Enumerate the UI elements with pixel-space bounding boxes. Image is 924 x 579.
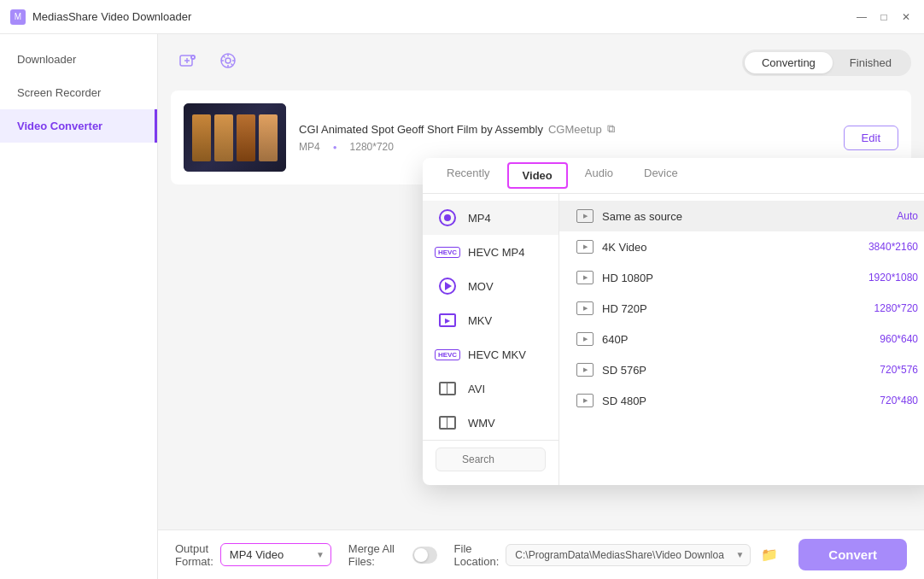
format-list: MP4 HEVC HEVC MP4 MOV [423, 194, 559, 485]
tab-device[interactable]: Device [629, 158, 693, 193]
video-info: CGI Animated Spot Geoff Short Film by As… [299, 122, 831, 153]
maximize-button[interactable]: □ [876, 9, 892, 25]
video-title-row: CGI Animated Spot Geoff Short Film by As… [299, 122, 831, 136]
video-meta: MP4 ● 1280*720 [299, 141, 831, 153]
format-label-hevc-mkv: HEVC MKV [468, 348, 526, 361]
resolution-item-480p[interactable]: SD 480P 720*480 [559, 385, 924, 416]
content-area: Converting Finished CGI Animated Spot [158, 34, 924, 579]
format-item-mp4[interactable]: MP4 [423, 201, 558, 235]
settings-button[interactable] [212, 47, 244, 78]
res-480p-left: SD 480P [576, 394, 646, 407]
video-resolution: 1280*720 [350, 141, 394, 153]
resolution-item-4k[interactable]: 4K Video 3840*2160 [559, 231, 924, 262]
mp4-icon [436, 209, 459, 226]
sidebar-item-downloader[interactable]: Downloader [0, 43, 157, 76]
format-label-mov: MOV [468, 280, 494, 293]
format-item-mov[interactable]: MOV [423, 269, 558, 303]
play-icon-1080p [576, 271, 594, 284]
format-label-mp4: MP4 [468, 212, 491, 225]
format-item-hevc-mkv[interactable]: HEVC HEVC MKV [423, 337, 558, 371]
res-4k-left: 4K Video [576, 240, 647, 254]
format-item-hevc-mp4[interactable]: HEVC HEVC MP4 [423, 235, 558, 269]
tab-recently[interactable]: Recently [431, 158, 506, 193]
output-format-select-wrapper: MP4 Video ▼ [220, 543, 331, 566]
resolution-item-720p[interactable]: HD 720P 1280*720 [559, 293, 924, 324]
wmv-icon [436, 414, 459, 431]
avi-icon [436, 380, 459, 397]
res-1080p-value: 1920*1080 [868, 272, 918, 284]
res-576p-left: SD 576P [576, 363, 646, 377]
titlebar: M MediasShare Video Downloader — □ ✕ [0, 0, 924, 34]
res-640p-value: 960*640 [880, 333, 918, 345]
format-item-mkv[interactable]: MKV [423, 303, 558, 337]
merge-toggle-switch[interactable] [412, 547, 436, 564]
resolution-item-same[interactable]: Same as source Auto [559, 201, 924, 231]
play-icon-480p [576, 394, 594, 407]
output-format-select[interactable]: MP4 Video [220, 543, 331, 566]
toolbar: Converting Finished [171, 47, 911, 78]
format-dropdown: Recently Video Audio Device MP4 [423, 158, 924, 485]
browse-folder-button[interactable]: 📁 [757, 545, 781, 564]
svg-point-7 [225, 58, 231, 63]
merge-label: Merge All Files: [348, 542, 408, 568]
edit-button[interactable]: Edit [844, 126, 898, 150]
add-video-button[interactable] [171, 47, 203, 78]
tab-video[interactable]: Video [507, 162, 568, 189]
format-label-mkv: MKV [468, 314, 492, 327]
minimize-button[interactable]: — [854, 9, 869, 25]
sidebar-item-screen-recorder[interactable]: Screen Recorder [0, 76, 157, 109]
resolution-item-576p[interactable]: SD 576P 720*576 [559, 354, 924, 385]
meta-dot: ● [333, 143, 337, 151]
window-controls: — □ ✕ [854, 9, 914, 25]
format-item-wmv[interactable]: WMV [423, 406, 558, 440]
video-format-badge: MP4 [299, 141, 320, 153]
toolbar-left [171, 47, 244, 78]
app-icon: M [10, 9, 26, 25]
play-icon-same [576, 209, 594, 223]
format-item-avi[interactable]: AVI [423, 371, 558, 406]
format-label-wmv: WMV [468, 417, 495, 430]
res-480p-value: 720*480 [880, 395, 918, 406]
file-location-select-wrapper: C:\ProgramData\MediasShare\Video Downloa… [506, 544, 751, 566]
format-search-input[interactable] [436, 447, 546, 471]
file-location-field: File Location: C:\ProgramData\MediasShar… [454, 542, 782, 568]
file-location-select[interactable]: C:\ProgramData\MediasShare\Video Downloa [506, 544, 751, 566]
res-720p-name: HD 720P [602, 302, 647, 315]
toggle-knob [414, 548, 428, 562]
convert-button[interactable]: Convert [798, 539, 907, 570]
thumbnail-image [184, 103, 286, 172]
hevc-mkv-icon: HEVC [436, 346, 459, 363]
sidebar-item-video-converter[interactable]: Video Converter [0, 109, 157, 143]
play-icon-720p [576, 301, 594, 315]
converting-tab[interactable]: Converting [745, 52, 833, 73]
circle-filled-icon [439, 209, 456, 226]
play-icon-640p [576, 332, 594, 346]
resolution-item-640p[interactable]: 640P 960*640 [559, 324, 924, 354]
file-location-label: File Location: [454, 542, 500, 568]
close-button[interactable]: ✕ [898, 9, 914, 25]
res-720p-value: 1280*720 [874, 302, 918, 314]
play-icon-4k [576, 240, 594, 254]
dropdown-body: MP4 HEVC HEVC MP4 MOV [423, 194, 924, 485]
sidebar-label-screen-recorder: Screen Recorder [17, 86, 101, 99]
external-link-icon[interactable]: ⧉ [607, 122, 615, 136]
res-640p-left: 640P [576, 332, 628, 346]
titlebar-left: M MediasShare Video Downloader [10, 9, 191, 25]
res-576p-value: 720*576 [880, 364, 918, 376]
res-1080p-left: HD 1080P [576, 271, 653, 284]
dropdown-tabs: Recently Video Audio Device [423, 158, 924, 194]
format-label-hevc-mp4: HEVC MP4 [468, 246, 524, 259]
res-same-name: Same as source [602, 210, 682, 223]
mkv-icon [436, 312, 459, 329]
resolution-item-1080p[interactable]: HD 1080P 1920*1080 [559, 262, 924, 293]
tab-audio[interactable]: Audio [570, 158, 629, 193]
finished-tab[interactable]: Finished [833, 52, 909, 73]
folder-icon: 📁 [761, 547, 778, 562]
sidebar: Downloader Screen Recorder Video Convert… [0, 34, 158, 579]
video-channel: CGMeetup [548, 123, 602, 136]
res-720p-left: HD 720P [576, 301, 647, 315]
search-wrapper: 🔍 [436, 447, 546, 471]
sidebar-label-video-converter: Video Converter [17, 120, 102, 132]
play-icon-576p [576, 363, 594, 377]
mov-icon [436, 278, 459, 295]
